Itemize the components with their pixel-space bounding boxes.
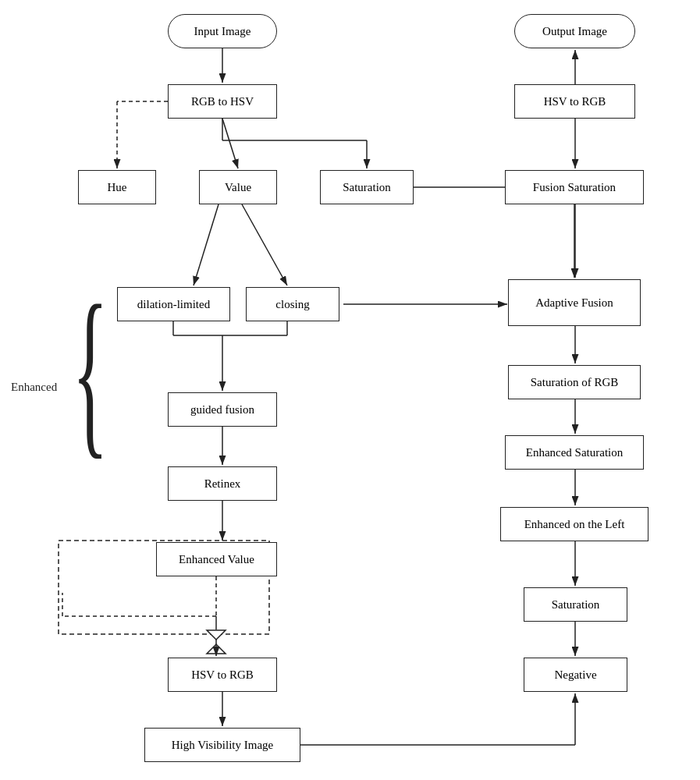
negative-node: Negative: [524, 658, 627, 692]
saturation-right-node: Saturation: [524, 587, 627, 622]
enhanced-saturation-node: Enhanced Saturation: [505, 435, 644, 470]
high-visibility-node: High Visibility Image: [144, 728, 300, 762]
fusion-saturation-node: Fusion Saturation: [505, 170, 644, 204]
rgb-to-hsv-node: RGB to HSV: [168, 84, 277, 119]
svg-marker-24: [207, 630, 226, 640]
enhanced-brace: {: [73, 277, 108, 464]
svg-marker-25: [207, 630, 226, 640]
hue-node: Hue: [78, 170, 156, 204]
svg-line-9: [194, 204, 219, 285]
adaptive-fusion-node: Adaptive Fusion: [508, 279, 641, 326]
closing-node: closing: [246, 287, 339, 321]
retinex-node: Retinex: [168, 466, 277, 501]
enhanced-value-node: Enhanced Value: [156, 542, 277, 576]
value-node: Value: [199, 170, 277, 204]
guided-fusion-node: guided fusion: [168, 392, 277, 427]
saturation-of-rgb-node: Saturation of RGB: [508, 365, 641, 399]
hsv-to-rgb-right-node: HSV to RGB: [514, 84, 635, 119]
dilation-node: dilation-limited: [117, 287, 230, 321]
enhanced-on-left-node: Enhanced on the Left: [500, 507, 648, 541]
hsv-to-rgb-left-node: HSV to RGB: [168, 658, 277, 692]
svg-line-5: [222, 119, 238, 168]
enhanced-label: Enhanced: [11, 381, 57, 394]
output-image-node: Output Image: [514, 14, 635, 48]
svg-line-10: [242, 204, 287, 285]
input-image-node: Input Image: [168, 14, 277, 48]
diagram: Input Image RGB to HSV Hue Value Saturat…: [0, 0, 700, 780]
svg-marker-26: [207, 644, 226, 654]
saturation-left-node: Saturation: [320, 170, 414, 204]
